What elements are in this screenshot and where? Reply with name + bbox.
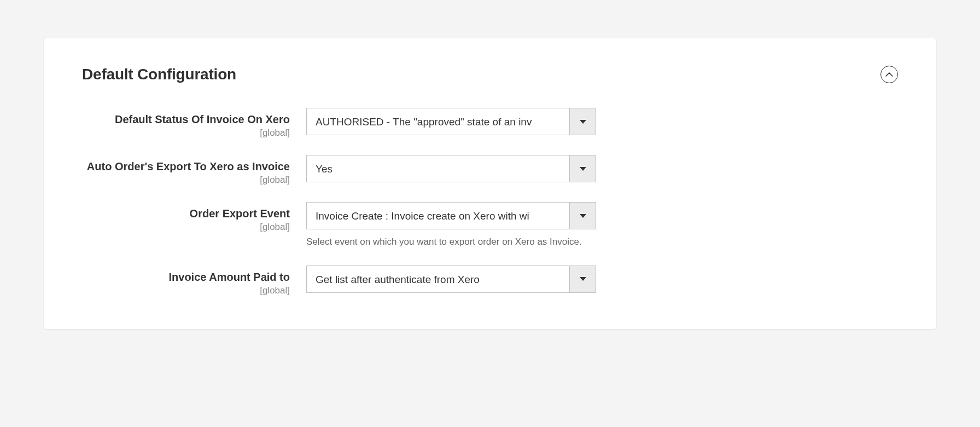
field-row-auto-export: Auto Order's Export To Xero as Invoice [… [82, 155, 898, 186]
field-label: Default Status Of Invoice On Xero [82, 112, 290, 126]
chevron-down-icon [580, 120, 586, 124]
dropdown-button[interactable] [569, 266, 596, 292]
field-scope: [global] [82, 285, 290, 296]
field-row-export-event: Order Export Event [global] Invoice Crea… [82, 202, 898, 249]
field-row-amount-paid-to: Invoice Amount Paid to [global] Get list… [82, 266, 898, 296]
field-row-default-status: Default Status Of Invoice On Xero [globa… [82, 108, 898, 139]
field-label: Invoice Amount Paid to [82, 270, 290, 284]
field-label: Auto Order's Export To Xero as Invoice [82, 159, 290, 174]
control-col: Yes [306, 155, 596, 182]
chevron-up-icon [885, 72, 893, 77]
default-status-select[interactable]: AUTHORISED - The "approved" state of an … [306, 108, 596, 135]
control-col: AUTHORISED - The "approved" state of an … [306, 108, 596, 135]
config-panel: Default Configuration Default Status Of … [44, 38, 936, 329]
chevron-down-icon [580, 167, 586, 171]
field-scope: [global] [82, 175, 290, 186]
select-value: Yes [307, 155, 569, 182]
chevron-down-icon [580, 277, 586, 281]
control-col: Invoice Create : Invoice create on Xero … [306, 202, 596, 249]
dropdown-button[interactable] [569, 155, 596, 182]
select-value: Get list after authenticate from Xero [307, 266, 569, 292]
select-value: AUTHORISED - The "approved" state of an … [307, 108, 569, 135]
field-scope: [global] [82, 128, 290, 139]
section-title: Default Configuration [82, 66, 236, 83]
label-col: Default Status Of Invoice On Xero [globa… [82, 108, 306, 139]
collapse-toggle-button[interactable] [880, 66, 898, 83]
dropdown-button[interactable] [569, 203, 596, 229]
field-hint: Select event on which you want to export… [306, 235, 596, 249]
field-scope: [global] [82, 222, 290, 233]
control-col: Get list after authenticate from Xero [306, 266, 596, 293]
label-col: Auto Order's Export To Xero as Invoice [… [82, 155, 306, 186]
dropdown-button[interactable] [569, 108, 596, 135]
export-event-select[interactable]: Invoice Create : Invoice create on Xero … [306, 202, 596, 229]
auto-export-select[interactable]: Yes [306, 155, 596, 182]
label-col: Invoice Amount Paid to [global] [82, 266, 306, 296]
field-label: Order Export Event [82, 206, 290, 221]
label-col: Order Export Event [global] [82, 202, 306, 233]
amount-paid-to-select[interactable]: Get list after authenticate from Xero [306, 266, 596, 293]
select-value: Invoice Create : Invoice create on Xero … [307, 203, 569, 229]
panel-header: Default Configuration [82, 66, 898, 83]
chevron-down-icon [580, 214, 586, 218]
